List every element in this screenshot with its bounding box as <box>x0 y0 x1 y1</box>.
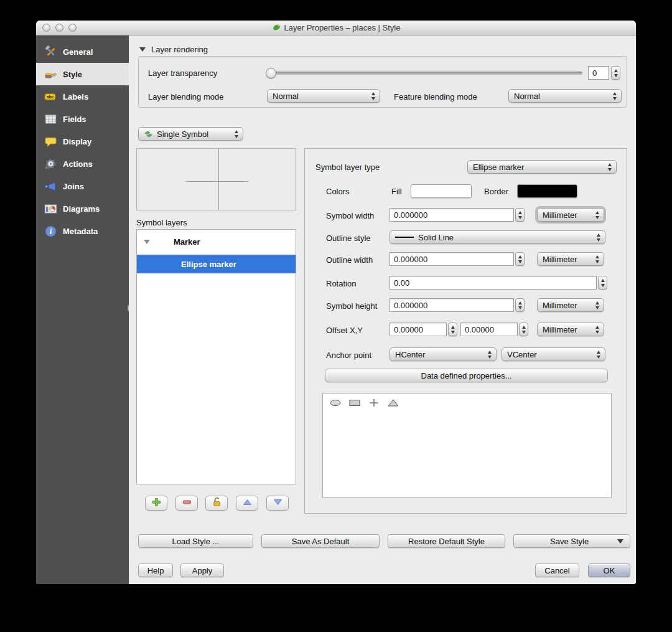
anchor-h-dropdown[interactable]: HCenter <box>390 347 497 361</box>
shape-cross-icon[interactable] <box>366 398 381 408</box>
remove-symbol-layer-button[interactable] <box>175 496 198 511</box>
shape-rectangle-icon[interactable] <box>347 398 362 408</box>
tree-row-marker[interactable]: Marker <box>137 233 296 250</box>
popup-arrows-icon <box>371 92 380 100</box>
offset-unit-dropdown[interactable]: Millimeter <box>537 323 604 336</box>
sidebar-item-metadata[interactable]: i Metadata <box>36 220 129 242</box>
feature-blending-dropdown[interactable]: Normal <box>508 89 622 103</box>
step-up-icon <box>614 69 618 72</box>
move-layer-up-button[interactable] <box>236 496 258 511</box>
window-controls <box>42 24 77 32</box>
category-sidebar: General Style abc Labels Fields Display <box>36 35 129 584</box>
shape-ellipse-icon[interactable] <box>328 398 343 408</box>
popup-arrows-icon <box>595 211 604 219</box>
sidebar-item-labels[interactable]: abc Labels <box>36 85 129 108</box>
dropdown-arrow-icon <box>617 539 623 544</box>
offset-x-stepper[interactable] <box>448 323 457 336</box>
transparency-label: Layer transparency <box>148 68 217 78</box>
offset-y-field[interactable]: 0.00000 <box>460 323 518 336</box>
outline-width-unit-dropdown[interactable]: Millimeter <box>537 252 604 266</box>
sidebar-item-label: Diagrams <box>63 204 100 214</box>
popup-arrows-icon <box>595 326 604 334</box>
outline-width-label: Outline width <box>326 255 373 265</box>
layer-blending-dropdown[interactable]: Normal <box>267 89 380 103</box>
symbol-width-stepper[interactable] <box>515 208 525 222</box>
popup-arrows-icon <box>595 301 604 309</box>
data-defined-properties-button[interactable]: Data defined properties... <box>325 369 608 382</box>
symbol-height-unit-dropdown[interactable]: Millimeter <box>537 298 604 312</box>
save-as-default-button[interactable]: Save As Default <box>261 534 380 548</box>
fill-label: Fill <box>391 187 402 196</box>
outline-width-stepper[interactable] <box>515 252 525 266</box>
close-button[interactable] <box>42 24 50 32</box>
anchor-v-dropdown[interactable]: VCenter <box>502 347 605 361</box>
zoom-button[interactable] <box>68 24 77 32</box>
apply-button[interactable]: Apply <box>180 564 224 577</box>
sidebar-item-general[interactable]: General <box>36 40 129 63</box>
shape-triangle-icon[interactable] <box>386 398 401 408</box>
offset-label: Offset X,Y <box>326 326 363 335</box>
symbol-preview <box>136 148 296 210</box>
sidebar-item-fields[interactable]: Fields <box>36 108 129 130</box>
shape-list <box>322 393 612 498</box>
rotation-field[interactable]: 0.00 <box>390 276 597 290</box>
renderer-dropdown[interactable]: Single Symbol <box>138 127 243 141</box>
tree-expand-icon[interactable] <box>144 240 150 244</box>
transparency-slider-knob[interactable] <box>266 68 276 78</box>
restore-default-style-button[interactable]: Restore Default Style <box>388 534 505 548</box>
offset-x-field[interactable]: 0.00000 <box>390 323 447 336</box>
symbol-layers-tree: Marker Ellipse marker <box>136 229 296 484</box>
add-symbol-layer-button[interactable] <box>145 496 167 511</box>
lock-colors-button[interactable] <box>205 496 228 511</box>
title-bar[interactable]: Layer Properties – places | Style <box>36 21 636 35</box>
symbol-layer-type-label: Symbol layer type <box>315 163 380 172</box>
load-style-button[interactable]: Load Style ... <box>138 534 253 548</box>
up-triangle-icon <box>241 496 253 511</box>
sidebar-item-label: Display <box>63 137 91 146</box>
symbol-height-stepper[interactable] <box>515 298 525 312</box>
help-button[interactable]: Help <box>138 564 173 577</box>
rotation-stepper[interactable] <box>598 276 607 290</box>
transparency-slider-track[interactable] <box>268 72 582 75</box>
symbol-layer-type-dropdown[interactable]: Ellipse marker <box>467 160 617 174</box>
cancel-button[interactable]: Cancel <box>535 564 579 577</box>
symbol-height-field[interactable]: 0.000000 <box>390 298 514 312</box>
move-layer-down-button[interactable] <box>266 496 289 511</box>
popup-arrows-icon <box>235 130 243 138</box>
popup-arrows-icon <box>608 163 616 171</box>
sidebar-item-label: General <box>63 47 93 57</box>
symbol-width-unit-dropdown[interactable]: Millimeter <box>537 208 604 222</box>
transparency-value-field[interactable]: 0 <box>588 66 609 80</box>
outline-width-field[interactable]: 0.000000 <box>390 252 514 266</box>
border-color-button[interactable] <box>517 184 577 198</box>
sidebar-item-joins[interactable]: Joins <box>36 175 129 197</box>
layer-properties-panel: Symbol layer type Ellipse marker Colors … <box>304 148 627 514</box>
sidebar-item-label: Joins <box>63 182 84 191</box>
outline-style-dropdown[interactable]: Solid Line <box>390 230 605 244</box>
offset-y-stepper[interactable] <box>519 323 528 336</box>
layer-properties-dialog: Layer Properties – places | Style Genera… <box>36 21 636 584</box>
chart-icon <box>44 202 57 215</box>
rotation-label: Rotation <box>326 279 356 288</box>
sidebar-item-actions[interactable]: Actions <box>36 153 129 175</box>
plus-icon <box>151 496 162 511</box>
minimize-button[interactable] <box>55 24 63 32</box>
save-style-button[interactable]: Save Style <box>513 534 630 548</box>
transparency-stepper[interactable] <box>611 66 620 80</box>
sidebar-item-style[interactable]: Style <box>36 63 129 85</box>
speech-bubble-icon <box>44 134 57 148</box>
tree-row-ellipse-marker[interactable]: Ellipse marker <box>137 255 296 273</box>
sidebar-item-diagrams[interactable]: Diagrams <box>36 197 129 220</box>
ok-button[interactable]: OK <box>588 564 630 577</box>
symbol-width-field[interactable]: 0.000000 <box>390 208 514 222</box>
layer-rendering-header[interactable]: Layer rendering <box>139 45 208 54</box>
down-triangle-icon <box>272 496 284 511</box>
colors-label: Colors <box>326 187 350 196</box>
outline-style-label: Outline style <box>326 233 371 243</box>
table-icon <box>44 112 57 126</box>
info-icon: i <box>44 224 57 238</box>
popup-arrows-icon <box>597 233 605 242</box>
border-label: Border <box>484 187 508 196</box>
fill-color-button[interactable] <box>411 184 472 198</box>
sidebar-item-display[interactable]: Display <box>36 130 129 153</box>
